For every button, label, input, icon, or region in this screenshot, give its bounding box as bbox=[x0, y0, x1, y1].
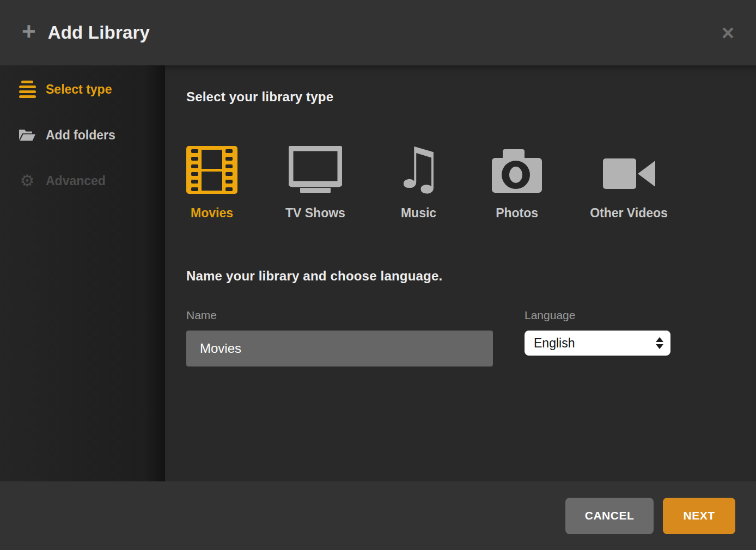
add-library-dialog: + Add Library × Select type Add folders bbox=[0, 0, 756, 550]
type-option-label: Music bbox=[401, 206, 436, 221]
sidebar-item-advanced: ⚙ Advanced bbox=[0, 166, 165, 196]
sidebar-item-select-type[interactable]: Select type bbox=[0, 74, 165, 105]
name-language-fields: Name Language English bbox=[186, 309, 756, 366]
dialog-body: Select type Add folders ⚙ Advanced bbox=[0, 65, 756, 481]
type-option-tv-shows[interactable]: TV Shows bbox=[285, 143, 345, 221]
type-option-label: TV Shows bbox=[285, 206, 345, 221]
music-notes-icon: ♫ bbox=[393, 143, 444, 194]
dialog-title: Add Library bbox=[48, 22, 150, 43]
sidebar-item-label: Add folders bbox=[46, 128, 115, 143]
name-language-heading: Name your library and choose language. bbox=[186, 268, 756, 284]
plus-icon: + bbox=[22, 20, 36, 44]
type-option-other-videos[interactable]: Other Videos bbox=[590, 143, 668, 221]
sidebar-item-label: Advanced bbox=[46, 174, 106, 188]
list-lines-icon bbox=[19, 81, 38, 98]
video-camera-icon bbox=[603, 143, 655, 194]
updown-arrows-icon bbox=[656, 337, 663, 349]
next-button[interactable]: NEXT bbox=[663, 498, 735, 534]
library-type-heading: Select your library type bbox=[186, 89, 756, 105]
cancel-button[interactable]: CANCEL bbox=[565, 498, 654, 534]
type-option-photos[interactable]: Photos bbox=[492, 143, 542, 221]
library-name-input[interactable] bbox=[186, 331, 493, 366]
language-selected-value: English bbox=[534, 336, 575, 351]
wizard-steps-sidebar: Select type Add folders ⚙ Advanced bbox=[0, 65, 165, 481]
language-label: Language bbox=[525, 309, 670, 322]
dialog-header: + Add Library × bbox=[0, 0, 756, 65]
type-option-label: Movies bbox=[191, 206, 233, 221]
type-option-label: Other Videos bbox=[590, 206, 668, 221]
sidebar-item-add-folders[interactable]: Add folders bbox=[0, 120, 165, 150]
library-type-picker: Movies TV Shows ♫ Music bbox=[186, 143, 756, 221]
name-field-group: Name bbox=[186, 309, 493, 366]
film-strip-icon bbox=[186, 143, 237, 194]
camera-icon bbox=[492, 143, 542, 194]
name-label: Name bbox=[186, 309, 493, 322]
type-option-label: Photos bbox=[496, 206, 538, 221]
step-content: Select your library type bbox=[165, 65, 756, 481]
close-icon[interactable]: × bbox=[722, 22, 734, 44]
open-folder-icon bbox=[19, 129, 38, 142]
language-select[interactable]: English bbox=[525, 331, 670, 356]
tv-monitor-icon bbox=[289, 143, 342, 194]
language-field-group: Language English bbox=[525, 309, 670, 366]
type-option-music[interactable]: ♫ Music bbox=[393, 143, 444, 221]
type-option-movies[interactable]: Movies bbox=[186, 143, 237, 221]
gear-icon: ⚙ bbox=[19, 173, 38, 189]
dialog-footer: CANCEL NEXT bbox=[0, 481, 756, 550]
sidebar-item-label: Select type bbox=[46, 82, 112, 97]
